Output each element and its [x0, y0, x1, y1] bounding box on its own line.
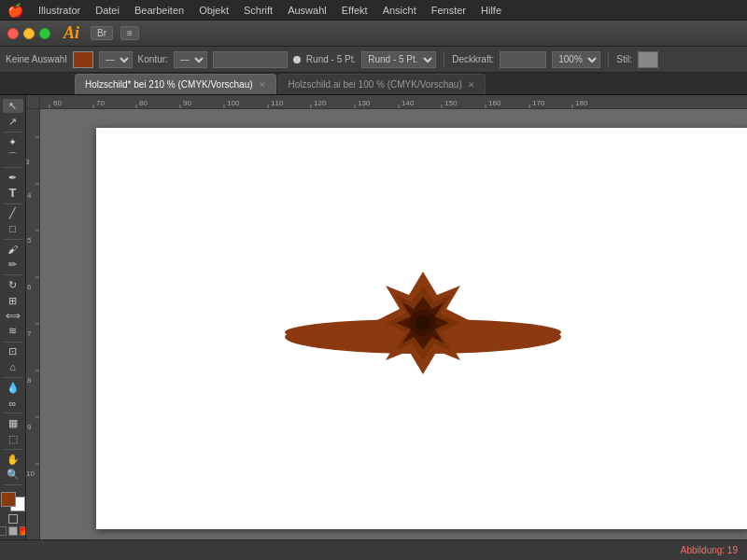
color-mode-buttons	[3, 514, 23, 524]
tab-2-close[interactable]: ✕	[468, 80, 475, 90]
tab-1[interactable]: Holzschild* bei 210 % (CMYK/Vorschau) ✕	[75, 74, 276, 94]
tab-2[interactable]: Holzschild.ai bei 100 % (CMYK/Vorschau) …	[278, 74, 486, 94]
tool-line[interactable]: ╱	[3, 206, 23, 220]
canvas-area[interactable]	[40, 109, 747, 539]
svg-text:100: 100	[227, 99, 240, 107]
extra-swatch-1[interactable]	[0, 526, 7, 536]
tool-sep-6	[4, 342, 22, 343]
pencil-icon: ✏	[8, 259, 17, 271]
kontur-input[interactable]	[213, 51, 288, 68]
menu-schrift[interactable]: Schrift	[244, 5, 273, 16]
zoom-icon: 🔍	[7, 469, 20, 481]
svg-text:3: 3	[26, 158, 30, 166]
maximize-button[interactable]	[39, 28, 50, 39]
tool-artboard[interactable]: ⬚	[3, 431, 23, 445]
opacity-select[interactable]: 100%	[552, 51, 600, 68]
tool-warp[interactable]: ≋	[3, 324, 23, 338]
tab-1-close[interactable]: ✕	[259, 80, 266, 90]
tool-selection[interactable]: ↖	[3, 99, 23, 113]
selection-icon: ↖	[8, 100, 17, 112]
svg-text:140: 140	[402, 99, 415, 107]
free-transform-icon: ⊡	[8, 345, 17, 357]
arrange-button[interactable]: ≡	[120, 26, 139, 40]
tool-zoom[interactable]: 🔍	[3, 468, 23, 482]
pen-icon: ✒	[8, 172, 17, 184]
breadcrumb-button[interactable]: Br	[91, 26, 113, 40]
svg-text:9: 9	[27, 423, 32, 431]
menu-illustrator[interactable]: Illustrator	[38, 5, 80, 16]
menu-datei[interactable]: Datei	[95, 5, 120, 16]
tool-free-transform[interactable]: ⊡	[3, 344, 23, 358]
menu-ansicht[interactable]: Ansicht	[383, 5, 416, 16]
tool-direct-selection[interactable]: ↗	[3, 114, 23, 128]
magic-wand-icon: ✦	[8, 136, 17, 148]
paintbrush-icon: 🖌	[7, 244, 18, 255]
rectangle-icon: □	[9, 223, 16, 234]
titlebar: Ai Br ≡	[0, 21, 747, 47]
eyedropper-icon: 💧	[7, 382, 20, 394]
tool-rotate[interactable]: ↻	[3, 278, 23, 292]
menubar: 🍎 Illustrator Datei Bearbeiten Objekt Sc…	[0, 0, 747, 21]
fill-color-swatch[interactable]	[73, 51, 93, 68]
tool-chart[interactable]: ▦	[3, 416, 23, 430]
tool-shape-builder[interactable]: ⌂	[3, 360, 23, 374]
svg-text:160: 160	[488, 99, 501, 107]
direct-selection-icon: ↗	[8, 116, 17, 128]
tool-hand[interactable]: ✋	[3, 453, 23, 467]
artboard	[96, 128, 747, 529]
tool-sep-2	[4, 167, 22, 168]
extra-swatch-3[interactable]	[20, 526, 27, 536]
kontur-select[interactable]: —	[174, 51, 207, 68]
fill-select[interactable]: —	[99, 51, 133, 68]
no-color-button[interactable]	[8, 514, 18, 524]
stil-label: Stil:	[616, 54, 632, 64]
scale-icon: ⊞	[8, 295, 17, 307]
tool-sep-8	[4, 413, 22, 413]
status-bar: Abbildung: 19	[0, 539, 747, 560]
extra-swatch-2[interactable]	[8, 526, 18, 536]
kontur-label: Kontur:	[138, 54, 168, 64]
tool-rectangle[interactable]: □	[3, 222, 23, 236]
svg-point-48	[416, 315, 430, 330]
svg-text:180: 180	[575, 99, 588, 107]
extra-swatches	[0, 526, 26, 536]
tool-pen[interactable]: ✒	[3, 171, 23, 185]
tool-magic-wand[interactable]: ✦	[3, 134, 23, 148]
tool-blend[interactable]: ∞	[3, 396, 23, 410]
menu-objekt[interactable]: Objekt	[199, 5, 229, 16]
separator2	[608, 51, 609, 68]
apple-menu[interactable]: 🍎	[7, 3, 23, 18]
tool-scale[interactable]: ⊞	[3, 293, 23, 307]
stroke-type-select[interactable]: Rund - 5 Pt.	[361, 51, 436, 68]
lasso-icon: ⌒	[7, 150, 18, 164]
svg-text:70: 70	[96, 99, 105, 107]
ruler-area: 60 70 80 90 100 110 120 1	[26, 95, 747, 109]
artwork-svg	[283, 234, 563, 421]
tool-paintbrush[interactable]: 🖌	[3, 243, 23, 257]
minimize-button[interactable]	[23, 28, 35, 39]
stil-swatch[interactable]	[638, 51, 658, 68]
menu-auswahl[interactable]: Auswahl	[288, 5, 327, 16]
tool-width[interactable]: ⟺	[3, 309, 23, 323]
warp-icon: ≋	[8, 325, 17, 337]
canvas-container: 60 70 80 90 100 110 120 1	[26, 95, 747, 539]
menu-fenster[interactable]: Fenster	[431, 5, 466, 16]
svg-text:150: 150	[444, 99, 458, 107]
traffic-lights	[7, 28, 50, 39]
tool-eyedropper[interactable]: 💧	[3, 381, 23, 395]
tool-lasso[interactable]: ⌒	[3, 150, 23, 164]
svg-text:110: 110	[271, 99, 284, 107]
svg-text:130: 130	[358, 99, 371, 107]
menu-bearbeiten[interactable]: Bearbeiten	[134, 5, 184, 16]
menu-effekt[interactable]: Effekt	[342, 5, 368, 16]
close-button[interactable]	[7, 28, 19, 39]
opacity-input[interactable]: 100%	[500, 51, 546, 68]
menu-hilfe[interactable]: Hilfe	[481, 5, 501, 16]
blend-icon: ∞	[9, 398, 17, 409]
separator	[444, 51, 444, 68]
deckkraft-label: Deckkraft:	[452, 54, 494, 64]
tool-pencil[interactable]: ✏	[3, 258, 23, 272]
tool-text[interactable]: T	[3, 186, 23, 200]
knot-outer	[372, 272, 474, 374]
fg-color-swatch[interactable]	[1, 492, 16, 507]
